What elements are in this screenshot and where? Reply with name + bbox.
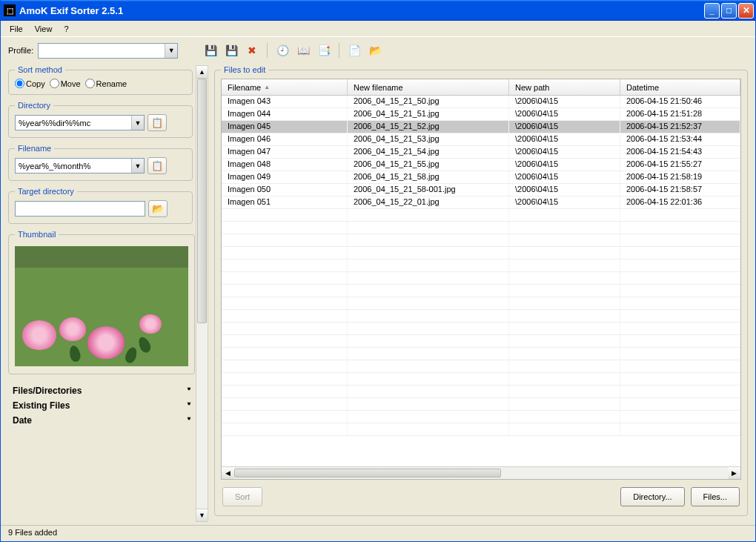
cell-new-path: \2006\04\15 [509, 196, 620, 208]
table-row[interactable]: Imagen 0492006_04_15_21_58.jpg\2006\04\1… [222, 171, 740, 184]
acc-date[interactable]: Date ˅˅ [11, 413, 190, 428]
radio-move[interactable]: Move [50, 79, 81, 88]
titlebar[interactable]: ⬚ AmoK Exif Sorter 2.5.1 _ □ ✕ [1, 0, 755, 21]
open-folder-icon[interactable]: 📂 [366, 42, 384, 59]
history-icon[interactable]: 🕘 [273, 42, 291, 59]
table-row-empty [222, 335, 740, 348]
table-row-empty [222, 386, 740, 398]
filename-input[interactable] [16, 159, 131, 173]
minimize-button[interactable]: _ [704, 3, 720, 19]
table-body: Imagen 0432006_04_15_21_50.jpg\2006\04\1… [222, 96, 740, 466]
table-row-empty [222, 310, 740, 323]
col-filename[interactable]: Filename▲ [222, 79, 348, 95]
table-row[interactable]: Imagen 0512006_04_15_22_01.jpg\2006\04\1… [222, 196, 740, 209]
table-row-empty [222, 323, 740, 335]
sort-method-legend: Sort method [15, 65, 65, 74]
directory-button[interactable]: Directory... [620, 487, 684, 506]
radio-copy[interactable]: Copy [15, 79, 45, 88]
thumbnail-legend: Thumbnail [15, 230, 59, 239]
table-row[interactable]: Imagen 0472006_04_15_21_54.jpg\2006\04\1… [222, 146, 740, 159]
chevron-down-icon[interactable]: ▼ [131, 159, 144, 173]
table-row-empty [222, 209, 740, 222]
client-area: Sort method Copy Move Rename Directory [1, 62, 755, 525]
cell-new-filename: 2006_04_15_21_53.jpg [348, 133, 509, 145]
menu-view[interactable]: View [29, 23, 59, 35]
table-hscrollbar[interactable]: ◀ ▶ [222, 466, 740, 479]
cell-datetime: 2006-04-15 21:58:19 [620, 171, 740, 183]
cell-new-filename: 2006_04_15_21_51.jpg [348, 108, 509, 120]
cell-new-filename: 2006_04_15_21_50.jpg [348, 96, 509, 108]
col-datetime[interactable]: Datetime [620, 79, 740, 95]
col-new-filename[interactable]: New filename [348, 79, 509, 95]
acc-files-directories[interactable]: Files/Directories ˅˅ [11, 383, 190, 398]
files-legend: Files to edit [221, 65, 268, 74]
delete-icon[interactable]: ✖ [243, 42, 261, 59]
save-all-icon[interactable]: 💾 [222, 42, 240, 59]
directory-browse-icon[interactable]: 📋 [147, 114, 167, 131]
scrollbar-thumb[interactable] [197, 79, 207, 323]
table-row-empty [222, 423, 740, 436]
chevron-down-icon[interactable]: ▼ [131, 116, 144, 130]
cell-new-path: \2006\04\15 [509, 184, 620, 196]
close-button[interactable]: ✕ [738, 3, 754, 19]
cell-new-path: \2006\04\15 [509, 121, 620, 133]
hscrollbar-thumb[interactable] [234, 469, 501, 477]
maximize-button[interactable]: □ [721, 3, 737, 19]
filename-combo[interactable]: ▼ [15, 158, 145, 173]
menu-file[interactable]: File [4, 23, 29, 35]
table-row[interactable]: Imagen 0432006_04_15_21_50.jpg\2006\04\1… [222, 96, 740, 108]
scroll-right-icon[interactable]: ▶ [728, 467, 740, 479]
cell-new-filename: 2006_04_15_22_01.jpg [348, 196, 509, 208]
acc-existing-files[interactable]: Existing Files ˅˅ [11, 398, 190, 413]
cell-filename: Imagen 044 [222, 108, 348, 120]
table-row[interactable]: Imagen 0502006_04_15_21_58-001.jpg\2006\… [222, 184, 740, 196]
table-row[interactable]: Imagen 0452006_04_15_21_52.jpg\2006\04\1… [222, 121, 740, 133]
right-panel: Files to edit Filename▲ New filename New… [214, 65, 748, 522]
sort-method-group: Sort method Copy Move Rename [8, 65, 193, 95]
col-new-path[interactable]: New path [509, 79, 620, 95]
table-row[interactable]: Imagen 0482006_04_15_21_55.jpg\2006\04\1… [222, 159, 740, 171]
table-row-empty [222, 373, 740, 386]
cell-new-filename: 2006_04_15_21_58-001.jpg [348, 184, 509, 196]
directory-input[interactable] [16, 116, 131, 130]
scroll-up-icon[interactable]: ▲ [196, 66, 208, 79]
cell-new-path: \2006\04\15 [509, 108, 620, 120]
cell-datetime: 2006-04-15 21:52:37 [620, 121, 740, 133]
table-header: Filename▲ New filename New path Datetime [222, 79, 740, 96]
files-table: Filename▲ New filename New path Datetime… [221, 79, 741, 480]
profile-toolbar: Profile: ▼ 💾 💾 ✖ 🕘 📖 📑 📄 📂 [1, 37, 755, 62]
target-legend: Target directory [15, 187, 77, 196]
table-row-empty [222, 260, 740, 272]
table-row[interactable]: Imagen 0442006_04_15_21_51.jpg\2006\04\1… [222, 108, 740, 121]
cell-new-path: \2006\04\15 [509, 133, 620, 145]
book-icon[interactable]: 📖 [294, 42, 312, 59]
target-input[interactable] [15, 201, 145, 217]
directory-group: Directory ▼ 📋 [8, 101, 193, 138]
table-row-empty [222, 411, 740, 423]
left-scrollbar[interactable]: ▲ ▼ [196, 65, 208, 522]
scroll-down-icon[interactable]: ▼ [196, 509, 208, 521]
directory-combo[interactable]: ▼ [15, 115, 145, 130]
chevron-down-icon[interactable]: ▼ [165, 44, 177, 58]
radio-rename[interactable]: Rename [85, 79, 127, 88]
filename-legend: Filename [15, 144, 54, 153]
cell-filename: Imagen 048 [222, 159, 348, 171]
menu-help[interactable]: ? [58, 23, 74, 35]
files-button[interactable]: Files... [691, 487, 740, 506]
new-icon[interactable]: 📄 [345, 42, 363, 59]
save-profile-icon[interactable]: 💾 [202, 42, 219, 59]
directory-legend: Directory [15, 101, 53, 110]
chevron-down-icon: ˅˅ [187, 387, 188, 395]
chevron-down-icon: ˅˅ [187, 417, 188, 425]
profile-input[interactable] [39, 44, 165, 58]
filename-browse-icon[interactable]: 📋 [147, 157, 167, 174]
button-row: Sort Directory... Files... [221, 480, 741, 509]
menubar: File View ? [1, 21, 755, 37]
sort-button[interactable]: Sort [222, 487, 262, 506]
target-browse-icon[interactable]: 📂 [148, 200, 168, 217]
cell-filename: Imagen 049 [222, 171, 348, 183]
profile-combo[interactable]: ▼ [38, 43, 178, 59]
scroll-left-icon[interactable]: ◀ [222, 467, 234, 479]
apply-icon[interactable]: 📑 [315, 42, 333, 59]
table-row[interactable]: Imagen 0462006_04_15_21_53.jpg\2006\04\1… [222, 133, 740, 146]
